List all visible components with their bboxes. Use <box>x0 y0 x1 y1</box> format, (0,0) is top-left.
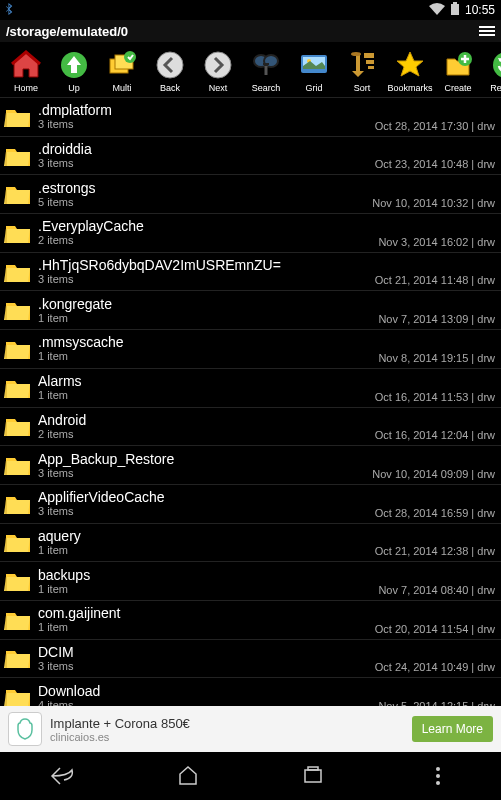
folder-icon <box>4 376 32 400</box>
folder-icon <box>4 221 32 245</box>
tool-label: Home <box>14 83 38 93</box>
back-button[interactable]: Back <box>146 49 194 93</box>
file-meta: Oct 28, 2014 17:30 | drw <box>375 120 495 132</box>
next-icon <box>202 49 234 81</box>
file-items: 3 items <box>38 118 367 131</box>
tool-label: Back <box>160 83 180 93</box>
back-icon <box>154 49 186 81</box>
tool-label: Up <box>68 83 80 93</box>
file-row[interactable]: App_Backup_Restore 3 items Nov 10, 2014 … <box>0 446 501 485</box>
file-row[interactable]: .mmsyscache 1 item Nov 8, 2014 19:15 | d… <box>0 330 501 369</box>
file-items: 3 items <box>38 273 367 286</box>
next-button[interactable]: Next <box>194 49 242 93</box>
svg-rect-20 <box>305 770 321 782</box>
svg-rect-16 <box>368 66 374 69</box>
ad-banner[interactable]: Implante + Corona 850€ clinicaios.es Lea… <box>0 706 501 752</box>
tool-label: Next <box>209 83 228 93</box>
svg-point-14 <box>351 52 361 56</box>
file-row[interactable]: .estrongs 5 items Nov 10, 2014 10:32 | d… <box>0 175 501 214</box>
file-meta: Nov 3, 2014 16:02 | drw <box>378 236 495 248</box>
list-menu-icon[interactable] <box>479 26 495 36</box>
file-name: .kongregate <box>38 296 370 312</box>
file-name: .HhTjqSRo6dybqDAV2ImUSREmnZU= <box>38 257 367 273</box>
folder-icon <box>4 144 32 168</box>
file-row[interactable]: .kongregate 1 item Nov 7, 2014 13:09 | d… <box>0 291 501 330</box>
file-meta: Oct 16, 2014 12:04 | drw <box>375 429 495 441</box>
folder-icon <box>4 105 32 129</box>
file-name: .EveryplayCache <box>38 218 370 234</box>
ad-subtitle: clinicaios.es <box>50 731 412 743</box>
file-name: Alarms <box>38 373 367 389</box>
file-row[interactable]: .droiddia 3 items Oct 23, 2014 10:48 | d… <box>0 137 501 176</box>
folder-icon <box>4 453 32 477</box>
file-meta: Nov 10, 2014 09:09 | drw <box>372 468 495 480</box>
refresh-button[interactable]: Refresh <box>482 49 501 93</box>
file-items: 4 items <box>38 699 370 706</box>
file-items: 3 items <box>38 505 367 518</box>
ad-cta-button[interactable]: Learn More <box>412 716 493 742</box>
file-row[interactable]: .EveryplayCache 2 items Nov 3, 2014 16:0… <box>0 214 501 253</box>
status-time: 10:55 <box>465 3 495 17</box>
menu-nav-button[interactable] <box>408 756 468 796</box>
svg-point-24 <box>436 781 440 785</box>
folder-icon <box>4 685 32 706</box>
file-row[interactable]: DCIM 3 items Oct 24, 2014 10:49 | drw <box>0 640 501 679</box>
file-items: 5 items <box>38 196 364 209</box>
svg-rect-15 <box>366 60 374 64</box>
folder-icon <box>4 414 32 438</box>
recent-nav-button[interactable] <box>283 756 343 796</box>
bookmarks-icon <box>394 49 426 81</box>
file-row[interactable]: com.gaijinent 1 item Oct 20, 2014 11:54 … <box>0 601 501 640</box>
sort-icon <box>346 49 378 81</box>
file-name: .droiddia <box>38 141 367 157</box>
file-row[interactable]: aquery 1 item Oct 21, 2014 12:38 | drw <box>0 524 501 563</box>
grid-button[interactable]: Grid <box>290 49 338 93</box>
file-meta: Oct 16, 2014 11:53 | drw <box>375 391 495 403</box>
create-button[interactable]: Create <box>434 49 482 93</box>
multi-icon <box>106 49 138 81</box>
file-items: 1 item <box>38 621 367 634</box>
svg-rect-0 <box>453 2 457 4</box>
file-items: 3 items <box>38 660 367 673</box>
file-row[interactable]: Alarms 1 item Oct 16, 2014 11:53 | drw <box>0 369 501 408</box>
tool-label: Bookmarks <box>387 83 432 93</box>
file-meta: Nov 7, 2014 13:09 | drw <box>378 313 495 325</box>
search-button[interactable]: Search <box>242 49 290 93</box>
file-name: .dmplatform <box>38 102 367 118</box>
file-name: Android <box>38 412 367 428</box>
sort-button[interactable]: Sort <box>338 49 386 93</box>
file-items: 3 items <box>38 157 367 170</box>
folder-icon <box>4 530 32 554</box>
file-row[interactable]: Download 4 items Nov 5, 2014 12:15 | drw <box>0 678 501 706</box>
file-items: 1 item <box>38 350 370 363</box>
up-button[interactable]: Up <box>50 49 98 93</box>
file-items: 2 items <box>38 234 370 247</box>
file-meta: Oct 28, 2014 16:59 | drw <box>375 507 495 519</box>
file-list[interactable]: .dmplatform 3 items Oct 28, 2014 17:30 |… <box>0 98 501 706</box>
tool-label: Multi <box>112 83 131 93</box>
file-name: App_Backup_Restore <box>38 451 364 467</box>
svg-point-22 <box>436 767 440 771</box>
svg-point-23 <box>436 774 440 778</box>
home-button[interactable]: Home <box>2 49 50 93</box>
home-nav-button[interactable] <box>158 756 218 796</box>
file-meta: Nov 10, 2014 10:32 | drw <box>372 197 495 209</box>
bookmarks-button[interactable]: Bookmarks <box>386 49 434 93</box>
file-row[interactable]: backups 1 item Nov 7, 2014 08:40 | drw <box>0 562 501 601</box>
file-row[interactable]: Android 2 items Oct 16, 2014 12:04 | drw <box>0 408 501 447</box>
file-name: Download <box>38 683 370 699</box>
refresh-icon <box>490 49 501 81</box>
file-meta: Nov 5, 2014 12:15 | drw <box>378 700 495 706</box>
path-bar[interactable]: /storage/emulated/0 <box>0 20 501 42</box>
file-row[interactable]: .HhTjqSRo6dybqDAV2ImUSREmnZU= 3 items Oc… <box>0 253 501 292</box>
file-name: aquery <box>38 528 367 544</box>
file-row[interactable]: ApplifierVideoCache 3 items Oct 28, 2014… <box>0 485 501 524</box>
svg-point-5 <box>124 51 136 63</box>
back-nav-button[interactable] <box>33 756 93 796</box>
tool-label: Grid <box>305 83 322 93</box>
multi-button[interactable]: Multi <box>98 49 146 93</box>
folder-icon <box>4 569 32 593</box>
file-row[interactable]: .dmplatform 3 items Oct 28, 2014 17:30 |… <box>0 98 501 137</box>
file-items: 2 items <box>38 428 367 441</box>
file-items: 3 items <box>38 467 364 480</box>
